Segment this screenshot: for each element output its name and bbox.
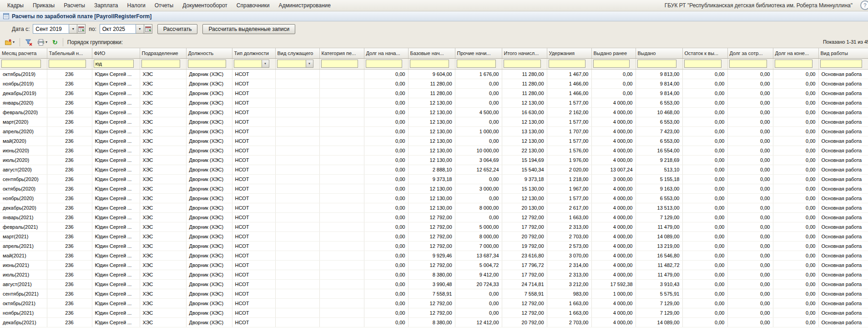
table-row[interactable]: декабрь(2019)236Юдин Сергей ...ХЭСДворни…: [0, 88, 868, 98]
filter-input-department[interactable]: [141, 60, 180, 68]
filter-input-remainder[interactable]: [684, 60, 722, 68]
calculate-selected-button[interactable]: Рассчитать выделенные записи: [202, 24, 295, 34]
date-to-dropdown-button[interactable]: ▾: [136, 24, 144, 34]
table-row[interactable]: июнь(2020)236Юдин Сергей ...ХЭСДворник (…: [0, 146, 868, 155]
export-menu-button[interactable]: ▾: [3, 37, 16, 47]
column-header-position[interactable]: Должность: [186, 48, 232, 58]
cell-month: май(2020): [0, 136, 47, 146]
filter-input-month[interactable]: [1, 60, 41, 68]
help-icon[interactable]: ?: [860, 0, 868, 10]
table-row[interactable]: сентябрь(2021)236Юдин Сергей ...ХЭСДворн…: [0, 289, 868, 298]
table-row[interactable]: февраль(2020)236Юдин Сергей ...ХЭСДворни…: [0, 107, 868, 117]
table-row[interactable]: май(2020)236Юдин Сергей ...ХЭСДворник (Х…: [0, 136, 868, 146]
column-header-debt_start[interactable]: Долг на нача...: [364, 48, 408, 58]
filter-input-withholdings[interactable]: [549, 60, 585, 68]
filter-input-category[interactable]: [321, 60, 358, 68]
table-row[interactable]: ноябрь(2020)236Юдин Сергей ...ХЭСДворник…: [0, 193, 868, 203]
column-header-debt_end[interactable]: Долг на коне...: [773, 48, 818, 58]
table-row[interactable]: май(2021)236Юдин Сергей ...ХЭСДворник (Х…: [0, 251, 868, 260]
column-header-issued_before[interactable]: Выдано ранее: [591, 48, 636, 58]
clear-filter-button[interactable]: [23, 37, 34, 47]
filter-input-work_type[interactable]: [820, 60, 862, 68]
cell-department: ХЭС: [140, 155, 186, 165]
cell-debt_employee: 0,00: [727, 251, 773, 260]
column-header-remainder[interactable]: Остаток к вы...: [682, 48, 727, 58]
menu-item-9[interactable]: Администрирование: [274, 0, 335, 10]
table-row[interactable]: август(2021)236Юдин Сергей ...ХЭСДворник…: [0, 279, 868, 289]
filter-input-tab_number[interactable]: [49, 60, 86, 68]
filter-input-issued[interactable]: [637, 60, 676, 68]
column-header-category[interactable]: Категория пе...: [319, 48, 364, 58]
filter-input-debt_employee[interactable]: [729, 60, 767, 68]
column-header-withholdings[interactable]: Удержания: [547, 48, 591, 58]
column-header-base_accruals[interactable]: Базовые нач...: [408, 48, 455, 58]
filter-input-debt_end[interactable]: [775, 60, 812, 68]
table-row[interactable]: июль(2020)236Юдин Сергей ...ХЭСДворник (…: [0, 155, 868, 165]
column-header-employee_kind[interactable]: Вид служащего: [275, 48, 319, 58]
table-row[interactable]: октябрь(2020)236Юдин Сергей ...ХЭСДворни…: [0, 184, 868, 193]
column-header-department[interactable]: Подразделение: [140, 48, 186, 58]
date-from-dropdown-button[interactable]: ▾: [69, 24, 77, 34]
table-row[interactable]: февраль(2021)236Юдин Сергей ...ХЭСДворни…: [0, 222, 868, 231]
filter-input-total_accruals[interactable]: [504, 60, 541, 68]
menu-item-4[interactable]: Зарплата: [90, 0, 123, 10]
table-row[interactable]: ноябрь(2021)236Юдин Сергей ...ХЭСДворник…: [0, 308, 868, 317]
table-row[interactable]: декабрь(2020)236Юдин Сергей ...ХЭСДворни…: [0, 203, 868, 212]
table-row[interactable]: март(2020)236Юдин Сергей ...ХЭСДворник (…: [0, 117, 868, 126]
cell-tab_number: 236: [47, 98, 92, 107]
print-menu-button[interactable]: ▾: [35, 37, 49, 47]
calculate-button[interactable]: Рассчитать: [157, 24, 198, 34]
column-header-work_type[interactable]: Вид работы: [818, 48, 868, 58]
table-row[interactable]: апрель(2021)236Юдин Сергей ...ХЭСДворник…: [0, 241, 868, 251]
table-row[interactable]: апрель(2020)236Юдин Сергей ...ХЭСДворник…: [0, 126, 868, 136]
table-row[interactable]: июнь(2021)236Юдин Сергей ...ХЭСДворник (…: [0, 260, 868, 270]
column-header-month[interactable]: Месяц расчета: [0, 48, 47, 58]
menu-item-5[interactable]: Налоги: [123, 0, 150, 10]
menu-item-7[interactable]: Документооборот: [178, 0, 232, 10]
filter-combo-dropdown-employee_kind[interactable]: ▾: [306, 60, 313, 68]
filter-input-position[interactable]: [188, 60, 226, 68]
table-row[interactable]: декабрь(2021)236Юдин Сергей ...ХЭСДворни…: [0, 317, 868, 327]
table-row[interactable]: октябрь(2021)236Юдин Сергей ...ХЭСДворни…: [0, 298, 868, 308]
column-header-issued[interactable]: Выдано: [636, 48, 682, 58]
table-row[interactable]: январь(2021)236Юдин Сергей ...ХЭСДворник…: [0, 212, 868, 222]
cell-category: [319, 117, 364, 126]
menu-item-3[interactable]: Расчеты: [59, 0, 90, 10]
record-count-label: Показано 1-31 из 45: [823, 39, 868, 45]
menu-item-6[interactable]: Отчеты: [150, 0, 178, 10]
date-to-input[interactable]: [100, 24, 136, 34]
filter-input-issued_before[interactable]: [593, 60, 630, 68]
column-header-tab_number[interactable]: Табельный н...: [47, 48, 92, 58]
table-row[interactable]: сентябрь(2020)236Юдин Сергей ...ХЭСДворн…: [0, 174, 868, 184]
cell-withholdings: 2 313,00: [547, 270, 591, 279]
table-row[interactable]: ноябрь(2019)236Юдин Сергей ...ХЭСДворник…: [0, 79, 868, 88]
menu-item-1[interactable]: Кадры: [3, 0, 28, 10]
date-from-input[interactable]: [33, 24, 69, 34]
filter-input-position_type[interactable]: [234, 60, 262, 68]
column-header-debt_employee[interactable]: Долг за сотр...: [727, 48, 773, 58]
cell-fio: Юдин Сергей ...: [92, 107, 140, 117]
menu-item-2[interactable]: Приказы: [28, 0, 59, 10]
column-header-fio[interactable]: ФИО: [92, 48, 140, 58]
column-header-position_type[interactable]: Тип должности: [232, 48, 275, 58]
cell-other_accruals: 0,00: [455, 174, 502, 184]
filter-input-employee_kind[interactable]: [277, 60, 306, 68]
filter-input-base_accruals[interactable]: [410, 60, 449, 68]
table-row[interactable]: март(2021)236Юдин Сергей ...ХЭСДворник (…: [0, 231, 868, 241]
menu-item-8[interactable]: Справочники: [232, 0, 274, 10]
cell-category: [319, 241, 364, 251]
date-to-calendar-button[interactable]: [144, 24, 152, 34]
cell-debt_end: 0,00: [773, 298, 818, 308]
column-header-other_accruals[interactable]: Прочие начи...: [455, 48, 502, 58]
table-row[interactable]: октябрь(2019)236Юдин Сергей ...ХЭСДворни…: [0, 69, 868, 79]
date-from-calendar-button[interactable]: [77, 24, 86, 34]
filter-input-fio[interactable]: [94, 60, 134, 68]
filter-input-debt_start[interactable]: [366, 60, 402, 68]
table-row[interactable]: август(2020)236Юдин Сергей ...ХЭСДворник…: [0, 165, 868, 174]
filter-input-other_accruals[interactable]: [457, 60, 496, 68]
refresh-button[interactable]: ↻: [50, 37, 60, 47]
filter-combo-dropdown-position_type[interactable]: ▾: [262, 60, 269, 68]
table-row[interactable]: январь(2020)236Юдин Сергей ...ХЭСДворник…: [0, 98, 868, 107]
column-header-total_accruals[interactable]: Итого начисл...: [502, 48, 547, 58]
table-row[interactable]: июль(2021)236Юдин Сергей ...ХЭСДворник (…: [0, 270, 868, 279]
